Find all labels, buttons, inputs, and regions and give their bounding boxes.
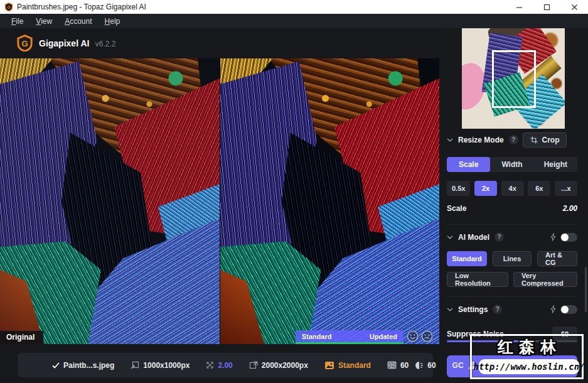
- status-noise-value: 60: [400, 361, 409, 370]
- ai-model-header: AI Model ?: [447, 232, 577, 242]
- paintbrush-image-enhanced: [220, 58, 439, 344]
- preview-image-pane[interactable]: Standard Updated: [220, 58, 439, 344]
- section-divider: [447, 296, 577, 297]
- settings-title: Settings: [458, 305, 488, 314]
- feedback-happy-icon[interactable]: [407, 330, 419, 342]
- app-name: Gigapixel AI: [39, 38, 89, 48]
- status-gc-label: GC: [452, 361, 464, 370]
- crop-button-label: Crop: [542, 136, 560, 144]
- menu-view[interactable]: View: [29, 15, 58, 28]
- menu-file[interactable]: File: [5, 15, 29, 28]
- svg-text:G: G: [21, 39, 28, 48]
- status-output-size: 2000x2000px: [262, 361, 308, 370]
- status-sharpen-value: 60: [427, 361, 436, 370]
- original-image-pane[interactable]: Original: [0, 58, 220, 344]
- scale-value: 2.00: [563, 204, 577, 213]
- scale-factor-buttons: 0.5x 2x 4x 6x ...x: [447, 181, 577, 196]
- image-comparison-viewer: Original Standard Updated: [0, 58, 439, 344]
- feedback-meh-icon[interactable]: [421, 330, 433, 342]
- toolbar: G Gigapixel AI v6.2.2 Original: [0, 28, 439, 58]
- scale-value-row: Scale 2.00: [447, 204, 577, 213]
- check-icon: [52, 362, 60, 369]
- menu-bar: File View Account Help: [0, 14, 588, 28]
- factor-custom-button[interactable]: ...x: [555, 181, 577, 196]
- collapse-chevron-icon[interactable]: [447, 235, 453, 239]
- status-scale: 2.00: [218, 361, 232, 370]
- window-title: Paintbrushes.jpeg - Topaz Gigapixel AI: [17, 3, 146, 11]
- settings-help[interactable]: ?: [493, 305, 502, 314]
- ai-model-row1: Standard Lines Art & CG: [447, 251, 577, 266]
- tab-width[interactable]: Width: [490, 157, 533, 172]
- tab-scale[interactable]: Scale: [447, 157, 490, 172]
- section-divider: [447, 224, 577, 225]
- file-status-bar: Paintb...s.jpeg 1000x1000px 2.00: [18, 353, 433, 377]
- maximize-button[interactable]: [533, 0, 560, 14]
- watermark-url: http://www.hoslin.cn/: [474, 362, 585, 372]
- factor-4x-button[interactable]: 4x: [501, 181, 524, 196]
- model-lines-button[interactable]: Lines: [493, 251, 532, 266]
- tab-height[interactable]: Height: [534, 157, 577, 172]
- minimize-button[interactable]: [505, 0, 533, 14]
- banner-status-label: Updated: [370, 333, 397, 340]
- status-model: Standard: [338, 361, 371, 370]
- viewport-selection-rectangle[interactable]: [492, 50, 536, 108]
- resize-mode-help[interactable]: ?: [509, 135, 518, 144]
- model-image-icon: [324, 361, 334, 370]
- output-size-icon: [249, 361, 258, 369]
- lightning-bolt-icon: [550, 305, 556, 313]
- factor-2x-button[interactable]: 2x: [474, 181, 497, 196]
- scale-expand-icon: [206, 361, 214, 369]
- status-input-size: 1000x1000px: [143, 361, 190, 370]
- crop-button[interactable]: Crop: [523, 132, 567, 148]
- settings-auto-toggle[interactable]: [560, 305, 577, 314]
- app-shield-icon: G: [4, 3, 13, 11]
- model-low-resolution-button[interactable]: Low Resolution: [447, 272, 508, 287]
- close-button[interactable]: [560, 0, 588, 14]
- input-size-icon: [131, 361, 139, 369]
- resize-mode-title: Resize Mode: [458, 136, 504, 144]
- model-status-banner: Standard Updated: [296, 330, 404, 344]
- ai-model-help[interactable]: ?: [494, 232, 504, 242]
- lightning-bolt-icon: [550, 233, 556, 241]
- crop-icon: [530, 136, 538, 144]
- menu-help[interactable]: Help: [99, 15, 127, 28]
- model-art-cg-button[interactable]: Art & CG: [537, 251, 577, 266]
- noise-icon: [387, 361, 397, 369]
- settings-sidebar: Resize Mode ? Crop Scale Width Height 0.…: [439, 28, 588, 383]
- navigation-thumbnail[interactable]: [462, 28, 565, 129]
- svg-text:G: G: [8, 5, 11, 9]
- collapse-chevron-icon[interactable]: [447, 138, 453, 142]
- resize-mode-tabs: Scale Width Height: [447, 157, 577, 172]
- factor-6x-button[interactable]: 6x: [528, 181, 550, 196]
- collapse-chevron-icon[interactable]: [447, 308, 453, 311]
- settings-header: Settings ?: [447, 305, 577, 314]
- watermark-overlay: 红森林 http://www.hoslin.cn/: [470, 334, 584, 379]
- gigapixel-logo-icon: G: [16, 35, 33, 51]
- title-bar: G Paintbrushes.jpeg - Topaz Gigapixel AI: [0, 0, 588, 14]
- model-very-compressed-button[interactable]: Very Compressed: [513, 272, 577, 287]
- ai-model-auto-toggle[interactable]: [560, 233, 577, 242]
- watermark-url-box: http://www.hoslin.cn/: [479, 359, 579, 374]
- watermark-title: 红森林: [472, 337, 582, 357]
- ai-model-title: AI Model: [458, 233, 489, 242]
- sharpen-icon: [415, 361, 424, 370]
- paintbrush-image-original: [0, 58, 220, 344]
- factor-0-5x-button[interactable]: 0.5x: [447, 181, 470, 196]
- gigapixel-app-window: G Paintbrushes.jpeg - Topaz Gigapixel AI…: [0, 0, 588, 383]
- model-standard-button[interactable]: Standard: [447, 251, 487, 266]
- original-pane-label: Original: [0, 331, 43, 344]
- sidebar-scrollbar[interactable]: [585, 267, 587, 312]
- status-filename: Paintb...s.jpeg: [63, 361, 114, 370]
- app-version: v6.2.2: [95, 40, 116, 48]
- bottom-bar: Paintb...s.jpeg 1000x1000px 2.00: [0, 344, 439, 383]
- ai-model-row2: Low Resolution Very Compressed: [447, 272, 577, 287]
- banner-model-label: Standard: [302, 333, 332, 340]
- resize-mode-header: Resize Mode ? Crop: [447, 135, 577, 144]
- scale-label: Scale: [447, 204, 466, 213]
- menu-account[interactable]: Account: [58, 15, 98, 28]
